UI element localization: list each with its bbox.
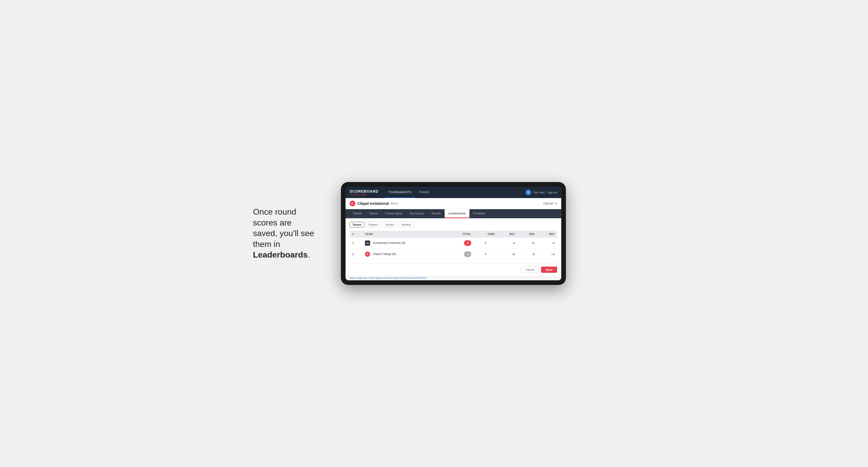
tab-course-setup[interactable]: Course Setup — [381, 209, 406, 218]
col-rd1: RD1 — [498, 231, 518, 238]
rank-1: 1 — [350, 238, 362, 249]
tab-leaderboards[interactable]: Leaderboards — [444, 209, 469, 218]
table-body: 1 SU Scoreboard University [A] -5 F -4 +… — [350, 238, 557, 260]
filter-teams-button[interactable]: Teams — [350, 222, 364, 227]
col-rd3: RD3 — [537, 231, 557, 238]
thru-1: F — [474, 238, 498, 249]
nav-links: TOURNAMENTS TEAMS — [384, 187, 526, 198]
footer: Cancel Save — [345, 263, 561, 276]
save-button[interactable]: Save — [541, 267, 557, 273]
nav-right: S Test User | Sign out — [526, 190, 557, 195]
filter-buttons: Teams Players Scores Strokes — [350, 222, 557, 227]
logo-text: SCOREBOARD — [350, 189, 378, 193]
sidebar-end: . — [308, 250, 310, 259]
tournament-gender: (Men) — [390, 202, 398, 205]
sidebar-line4: them in — [253, 240, 280, 249]
logo-brand: clippd — [361, 193, 367, 196]
rd1-1: -4 — [498, 238, 518, 249]
rd2-1: +5 — [518, 238, 537, 249]
tournament-header: C Clippd Invitational (Men) Cancel ✕ — [345, 198, 561, 209]
tabs-bar: Details Teams Course Setup Tee Groups Re… — [345, 209, 561, 218]
rd3-2: +3 — [537, 249, 557, 260]
tab-tee-groups[interactable]: Tee Groups — [406, 209, 428, 218]
col-rank: # — [350, 231, 362, 238]
sidebar-line1: Once round — [253, 207, 296, 216]
total-2: +3 — [448, 249, 474, 260]
tournament-cancel-button[interactable]: Cancel ✕ — [544, 202, 557, 205]
team-name-1: Scoreboard University [A] — [373, 241, 405, 244]
sidebar-bold: Leaderboards — [253, 250, 308, 259]
team-logo-1: SU — [365, 241, 370, 246]
nav-tournaments[interactable]: TOURNAMENTS — [384, 187, 415, 198]
content-area: Teams Players Scores Strokes # TEAM TOTA… — [345, 218, 561, 263]
sidebar-text: Once round scores are saved, you’ll see … — [253, 207, 326, 260]
page-wrapper: Once round scores are saved, you’ll see … — [253, 182, 615, 285]
url-bar: https://stage-blue-coach.stagescoreboard… — [345, 276, 561, 280]
sign-out-link[interactable]: Sign out — [548, 191, 557, 194]
table-header-row: # TEAM TOTAL THRU RD1 RD2 RD3 — [350, 231, 557, 238]
filter-scores-button[interactable]: Scores — [382, 222, 397, 227]
tournament-icon: C — [350, 201, 355, 206]
tablet: SCOREBOARD Powered by clippd TOURNAMENTS… — [341, 182, 566, 285]
tab-printables[interactable]: Printables — [469, 209, 489, 218]
logo-sub-prefix: Powered by — [350, 193, 361, 196]
logo-area: SCOREBOARD Powered by clippd — [350, 189, 378, 196]
thru-2: F — [474, 249, 498, 260]
total-1: -5 — [448, 238, 474, 249]
nav-user-text: Test User | — [533, 191, 546, 194]
rd3-1: -6 — [537, 238, 557, 249]
tab-results[interactable]: Results — [428, 209, 444, 218]
table-row: 1 SU Scoreboard University [A] -5 F -4 +… — [350, 238, 557, 249]
tournament-name: Clippd Invitational — [358, 201, 389, 206]
sidebar-line2: scores are — [253, 218, 291, 227]
cancel-button[interactable]: Cancel — [521, 266, 538, 273]
close-icon: ✕ — [555, 202, 557, 205]
col-total: TOTAL — [448, 231, 474, 238]
col-rd2: RD2 — [518, 231, 537, 238]
filter-players-button[interactable]: Players — [366, 222, 381, 227]
user-avatar: S — [526, 190, 531, 195]
tablet-inner: SCOREBOARD Powered by clippd TOURNAMENTS… — [345, 187, 561, 280]
rd2-2: -8 — [518, 249, 537, 260]
tab-details[interactable]: Details — [350, 209, 366, 218]
tab-teams[interactable]: Teams — [366, 209, 381, 218]
sidebar-line3: saved, you’ll see — [253, 228, 314, 238]
nav-teams[interactable]: TEAMS — [415, 187, 433, 198]
score-badge-1: -5 — [464, 240, 471, 246]
leaderboard-table: # TEAM TOTAL THRU RD1 RD2 RD3 1 — [350, 231, 557, 260]
filter-strokes-button[interactable]: Strokes — [399, 222, 414, 227]
team-name-2: Clippd College [A] — [373, 252, 396, 255]
team-2: C Clippd College [A] — [362, 249, 448, 260]
team-logo-2: C — [365, 252, 370, 257]
logo-sub: Powered by clippd — [350, 193, 378, 196]
col-team: TEAM — [362, 231, 448, 238]
score-badge-2: +3 — [464, 251, 471, 257]
col-thru: THRU — [474, 231, 498, 238]
team-1: SU Scoreboard University [A] — [362, 238, 448, 249]
rd1-2: +8 — [498, 249, 518, 260]
table-row: 2 C Clippd College [A] +3 F +8 -8 +3 — [350, 249, 557, 260]
top-nav: SCOREBOARD Powered by clippd TOURNAMENTS… — [345, 187, 561, 198]
table-header: # TEAM TOTAL THRU RD1 RD2 RD3 — [350, 231, 557, 238]
rank-2: 2 — [350, 249, 362, 260]
